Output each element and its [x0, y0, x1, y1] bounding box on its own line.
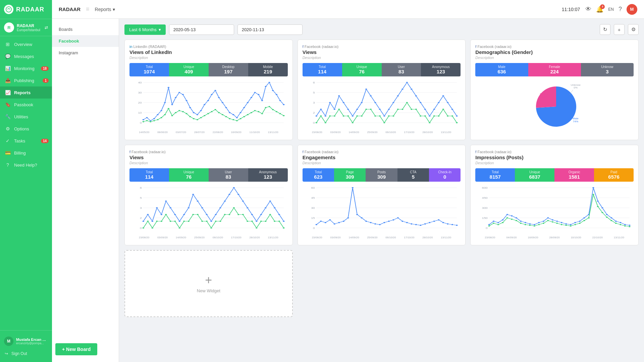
header-reports-label: Reports — [95, 7, 111, 12]
date-filter-button[interactable]: Last 6 Months ▾ — [124, 24, 166, 35]
widget-w5-chart: 015304560 — [303, 185, 461, 235]
sidebar-item-billing[interactable]: 💳 Billing — [0, 147, 52, 159]
header-lang-btn[interactable]: EN — [608, 7, 614, 12]
svg-text:Male: Male — [573, 117, 579, 120]
svg-point-83 — [258, 111, 260, 112]
new-board-button[interactable]: + New Board — [55, 343, 97, 355]
left-panel-item-facebook[interactable]: Facebook — [52, 35, 119, 47]
widget-card-w1: in LinkedIn (RADAAR) Views of LinkedIn D… — [124, 40, 293, 140]
widget-w6-chart: 0150300450600 — [475, 185, 634, 235]
pill-label: Total — [477, 170, 514, 174]
svg-point-349 — [565, 225, 567, 226]
svg-point-152 — [401, 109, 404, 110]
header-time: 11:10:07 — [562, 7, 580, 12]
svg-point-223 — [174, 221, 176, 222]
svg-point-26 — [196, 114, 198, 115]
svg-point-358 — [606, 217, 608, 218]
svg-point-204 — [233, 187, 235, 188]
svg-point-188 — [160, 214, 162, 215]
svg-point-61 — [178, 110, 180, 111]
sidebar-user-email: ercanzirly@pompa... — [16, 342, 48, 345]
sidebar-item-help[interactable]: ? Need Help? — [0, 159, 52, 171]
sidebar-user-name: Mustafa Ercan Zir... — [16, 338, 48, 342]
pill-label: Mobile — [250, 65, 286, 69]
sidebar-item-overview[interactable]: ⊞ Overview — [0, 38, 52, 50]
svg-point-222 — [169, 221, 171, 222]
svg-point-48 — [275, 94, 277, 95]
header-bell-btn[interactable]: 🔔 3 — [596, 6, 603, 13]
svg-point-241 — [256, 227, 258, 229]
x-labels: 23/08/2003/09/2014/09/2025/09/2006/10/20… — [303, 131, 461, 134]
header-help-btn[interactable]: ? — [619, 6, 622, 13]
svg-point-34 — [225, 107, 227, 108]
sidebar-item-reports[interactable]: 📈 Reports — [0, 86, 52, 99]
widget-w3-pill-1: Female 224 — [528, 63, 581, 76]
svg-point-346 — [552, 221, 554, 223]
svg-point-258 — [315, 224, 317, 225]
new-widget-card[interactable]: + New Widget — [124, 250, 293, 317]
overview-icon: ⊞ — [5, 42, 11, 47]
header-user-avatar[interactable]: M — [627, 4, 637, 15]
date-to-input[interactable] — [237, 24, 303, 35]
svg-point-279 — [411, 223, 413, 225]
svg-point-122 — [411, 88, 413, 90]
date-from-input[interactable] — [169, 24, 234, 35]
pill-value: 409 — [170, 69, 207, 74]
svg-point-203 — [228, 194, 230, 195]
svg-point-260 — [324, 222, 326, 223]
left-panel-item-boards[interactable]: Boards — [52, 23, 119, 35]
sidebar-profile-toggle-icon[interactable]: ⇄ — [45, 25, 48, 30]
billing-icon: 💳 — [5, 150, 11, 156]
add-widget-button[interactable]: + — [614, 24, 625, 35]
sidebar-item-utilities[interactable]: 🔧 Utilities — [0, 111, 52, 123]
widget-w6-source: f Facebook (radaar.io) — [475, 150, 634, 154]
svg-point-24 — [189, 107, 191, 108]
sidebar-item-monitoring[interactable]: 📊 Monitoring 18 — [0, 62, 52, 74]
svg-point-80 — [247, 114, 249, 115]
svg-point-361 — [620, 224, 622, 225]
svg-point-242 — [260, 221, 262, 222]
svg-point-212 — [269, 200, 271, 202]
svg-point-85 — [265, 107, 267, 108]
header-reports-dropdown[interactable]: Reports ▾ — [95, 7, 115, 12]
header: RADAAR ≡ Reports ▾ 11:10:07 👁 🔔 3 EN ? M — [52, 0, 644, 19]
sidebar-item-passbook[interactable]: 🔖 Passbook — [0, 99, 52, 111]
svg-point-246 — [278, 221, 280, 222]
svg-point-126 — [429, 115, 431, 117]
sidebar-item-publishing-label: Publishing — [14, 78, 34, 83]
new-widget-plus-icon: + — [205, 274, 212, 286]
left-panel-item-instagram[interactable]: Instagram — [52, 47, 119, 59]
widget-w4-pill-0: Total 114 — [129, 168, 169, 182]
svg-point-103 — [324, 115, 326, 117]
sign-out-button[interactable]: ↪ Sign Out — [0, 349, 52, 359]
svg-point-43 — [258, 94, 260, 95]
pill-label: Unique — [170, 65, 207, 69]
svg-point-36 — [232, 114, 234, 115]
sidebar-user[interactable]: M Mustafa Ercan Zir... ercanzirly@pompa.… — [0, 334, 52, 349]
settings-button[interactable]: ⚙ — [628, 24, 639, 35]
svg-point-341 — [529, 225, 531, 226]
widget-w4-chart: 02356 — [129, 185, 288, 235]
svg-point-49 — [279, 100, 281, 101]
sidebar-item-publishing[interactable]: 📤 Publishing 1 — [0, 74, 52, 86]
pill-value: 83 — [383, 69, 420, 74]
svg-point-20 — [175, 97, 177, 98]
sidebar-profile[interactable]: R RADAAR Europe/Istanbul ⇄ — [0, 19, 52, 36]
svg-point-57 — [164, 114, 166, 115]
refresh-button[interactable]: ↻ — [600, 24, 610, 35]
svg-point-145 — [370, 109, 372, 110]
svg-point-238 — [242, 214, 244, 215]
widget-w2-pill-0: Total 114 — [303, 63, 342, 76]
widget-w1-source: in LinkedIn (RADAAR) — [129, 45, 288, 49]
svg-point-337 — [511, 219, 513, 220]
sidebar-item-tasks[interactable]: ✓ Tasks 14 — [0, 135, 52, 147]
header-eye-btn[interactable]: 👁 — [585, 6, 591, 13]
svg-point-300 — [488, 224, 490, 225]
sidebar-item-messages[interactable]: 💬 Messages — [0, 50, 52, 62]
x-labels: 23/08/2004/09/2016/09/2028/09/2010/10/20… — [475, 236, 634, 239]
svg-point-12 — [146, 117, 148, 118]
svg-point-104 — [329, 102, 331, 103]
sidebar-item-options[interactable]: ⚙ Options — [0, 123, 52, 135]
svg-point-316 — [561, 222, 563, 223]
widget-w2-pills: Total 114 Unique 76 User 83 Anonymous 12… — [303, 63, 461, 76]
